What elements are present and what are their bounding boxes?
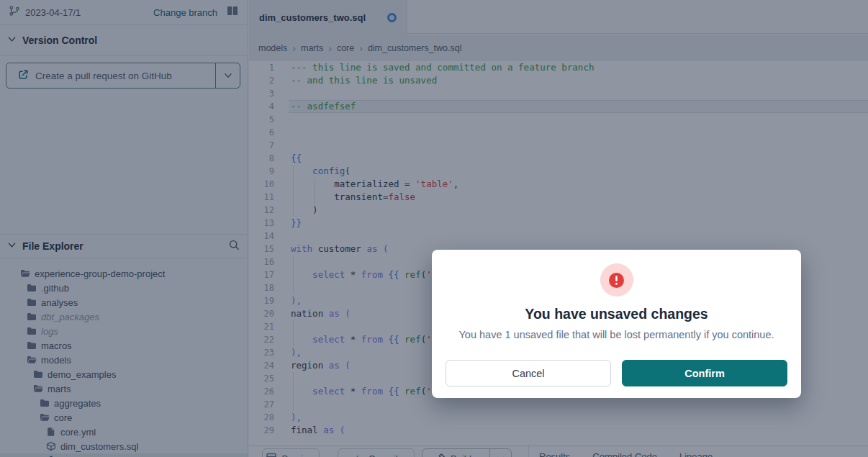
alert-icon xyxy=(600,263,633,297)
confirm-button[interactable]: Confirm xyxy=(622,360,787,386)
cancel-button[interactable]: Cancel xyxy=(446,360,611,386)
dialog-title: You have unsaved changes xyxy=(432,306,801,322)
dialog-actions: Cancel Confirm xyxy=(446,360,787,386)
unsaved-changes-dialog: You have unsaved changes You have 1 unsa… xyxy=(432,250,801,398)
dialog-body: You have 1 unsaved file that will be los… xyxy=(432,329,801,340)
